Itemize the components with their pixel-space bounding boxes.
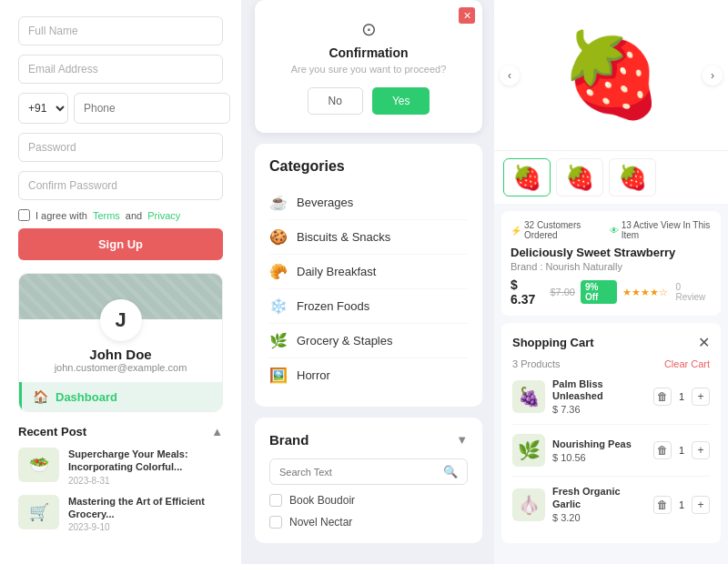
cart-clear-button[interactable]: Clear Cart	[664, 358, 710, 369]
product-price: $ 6.37	[511, 277, 544, 307]
thumbnail-1[interactable]: 🍓	[503, 158, 551, 196]
categories-panel: Categories ☕ Beverages 🍪 Biscuits & Snac…	[255, 144, 482, 407]
terms-link[interactable]: Terms	[93, 210, 120, 221]
collapse-icon[interactable]: ▲	[211, 425, 223, 438]
cart-item-name-1: Palm Bliss Unleashed	[552, 378, 646, 402]
post-info-1: Supercharge Your Meals: Incorporating Co…	[68, 448, 223, 486]
qty-increase-2[interactable]: +	[692, 441, 710, 459]
recent-posts-section: Recent Post ▲ 🥗 Supercharge Your Meals: …	[18, 425, 223, 532]
beverages-icon: ☕	[269, 194, 288, 211]
brand-title: Brand	[269, 432, 308, 448]
qty-value-1: 1	[675, 391, 688, 402]
brand-search-bar: 🔍	[269, 458, 468, 485]
password-input[interactable]	[18, 133, 223, 162]
cart-quantity-2: 🗑 1 +	[653, 441, 710, 459]
recent-posts-title: Recent Post	[18, 425, 86, 438]
right-panel: ‹ 🍓 › 🍓 🍓 🍓 ⚡ 32 Customers Ordered 👁 13 …	[494, 0, 728, 564]
post-date-1: 2023-8-31	[68, 476, 223, 486]
phone-country-select[interactable]: +91	[18, 93, 68, 124]
cart-title: Shopping Cart	[512, 336, 594, 349]
cart-item-name-2: Nourishing Peas	[552, 438, 646, 450]
brand-checkbox-book-boudoir[interactable]	[269, 494, 282, 507]
qty-decrease-2[interactable]: 🗑	[653, 441, 672, 459]
modal-close-button[interactable]: ✕	[459, 7, 475, 24]
full-name-input[interactable]	[18, 16, 223, 45]
thumbnail-2[interactable]: 🍓	[556, 158, 603, 196]
post-thumbnail-2: 🛒	[18, 495, 59, 529]
category-breakfast[interactable]: 🥐 Daily Breakfast	[269, 255, 468, 289]
cart-count: 3 Products	[512, 358, 561, 369]
product-thumbnails: 🍓 🍓 🍓	[494, 150, 728, 204]
post-date-2: 2023-9-10	[68, 522, 223, 532]
product-price-row: $ 6.37 $7.00 9% Off ★★★★☆ 0 Review	[511, 277, 712, 307]
terms-checkbox[interactable]	[18, 209, 30, 221]
brand-checkbox-novel-nectar[interactable]	[269, 516, 282, 529]
image-next-button[interactable]: ›	[703, 65, 723, 86]
signup-button[interactable]: Sign Up	[18, 228, 223, 260]
qty-value-3: 1	[675, 499, 688, 510]
post-info-2: Mastering the Art of Efficient Grocery..…	[68, 495, 223, 533]
category-label-beverages: Beverages	[297, 196, 353, 209]
image-prev-button[interactable]: ‹	[500, 65, 520, 86]
cart-item-name-3: Fresh Organic Garlic	[552, 486, 646, 509]
cart-item-info-2: Nourishing Peas $ 10.56	[552, 438, 646, 463]
brand-label-book-boudoir: Book Boudoir	[289, 494, 355, 507]
profile-name: John Doe	[19, 347, 222, 362]
product-discount-badge: 9% Off	[581, 280, 617, 304]
brand-item-novel-nectar[interactable]: Novel Nectar	[269, 516, 468, 529]
confirm-password-input[interactable]	[18, 171, 223, 200]
qty-decrease-1[interactable]: 🗑	[653, 388, 672, 406]
password-group	[18, 133, 223, 162]
post-title-2: Mastering the Art of Efficient Grocery..…	[68, 495, 223, 521]
email-input[interactable]	[18, 55, 223, 84]
category-label-breakfast: Daily Breakfast	[297, 265, 376, 278]
category-horror[interactable]: 🖼️ Horror	[269, 358, 468, 392]
left-panel: +91 I agree with Terms and Privacy Sign …	[0, 0, 241, 564]
qty-increase-3[interactable]: +	[692, 496, 710, 514]
brand-item-book-boudoir[interactable]: Book Boudoir	[269, 494, 468, 507]
phone-group: +91	[18, 93, 223, 124]
categories-title: Categories	[269, 158, 468, 175]
modal-subtitle: Are you sure you want to proceed?	[273, 64, 464, 75]
privacy-link[interactable]: Privacy	[147, 210, 180, 221]
dashboard-link[interactable]: 🏠 Dashboard	[19, 382, 222, 411]
modal-no-button[interactable]: No	[308, 87, 363, 115]
qty-decrease-3[interactable]: 🗑	[653, 496, 672, 514]
product-brand: Brand : Nourish Naturally	[511, 261, 712, 272]
cart-quantity-1: 🗑 1 +	[653, 388, 710, 406]
customers-count: 32 Customers Ordered	[524, 220, 601, 240]
dashboard-label: Dashboard	[56, 390, 117, 404]
modal-yes-button[interactable]: Yes	[372, 87, 430, 115]
recent-posts-header: Recent Post ▲	[18, 425, 223, 438]
qty-increase-1[interactable]: +	[692, 388, 710, 406]
and-text: and	[126, 210, 142, 221]
horror-icon: 🖼️	[269, 367, 288, 384]
list-item: 🥗 Supercharge Your Meals: Incorporating …	[18, 448, 223, 486]
cart-item-info-1: Palm Bliss Unleashed $ 7.36	[552, 378, 646, 415]
category-label-biscuits: Biscuits & Snacks	[297, 230, 390, 244]
customers-ordered-badge: ⚡ 32 Customers Ordered	[511, 220, 601, 240]
cart-item-image-3: 🧄	[512, 488, 545, 521]
category-frozen[interactable]: ❄️ Frozen Foods	[269, 289, 468, 324]
brand-search-input[interactable]	[279, 467, 438, 478]
profile-card: J John Doe john.customer@example.com 🏠 D…	[18, 273, 223, 412]
cart-close-button[interactable]: ✕	[698, 334, 710, 351]
category-grocery[interactable]: 🌿 Grocery & Staples	[269, 324, 468, 358]
thumbnail-3[interactable]: 🍓	[609, 158, 656, 196]
product-image-display: 🍓	[561, 27, 662, 123]
category-biscuits[interactable]: 🍪 Biscuits & Snacks	[269, 220, 468, 255]
cart-quantity-3: 🗑 1 +	[653, 496, 710, 514]
phone-input[interactable]	[74, 93, 230, 124]
cart-item-info-3: Fresh Organic Garlic $ 3.20	[552, 486, 646, 522]
middle-panel: ✕ ⊙ Confirmation Are you sure you want t…	[255, 0, 482, 564]
avatar: J	[100, 299, 142, 341]
category-label-frozen: Frozen Foods	[297, 299, 369, 313]
cart-item-2: 🌿 Nourishing Peas $ 10.56 🗑 1 +	[512, 434, 710, 477]
category-beverages[interactable]: ☕ Beverages	[269, 186, 468, 220]
brand-collapse-icon[interactable]: ▼	[456, 433, 468, 447]
modal-title: Confirmation	[273, 45, 464, 60]
product-original-price: $7.00	[550, 287, 575, 297]
home-icon: 🏠	[33, 389, 48, 404]
modal-buttons: No Yes	[273, 87, 464, 115]
active-viewers-count: 13 Active View In This Item	[622, 220, 712, 240]
